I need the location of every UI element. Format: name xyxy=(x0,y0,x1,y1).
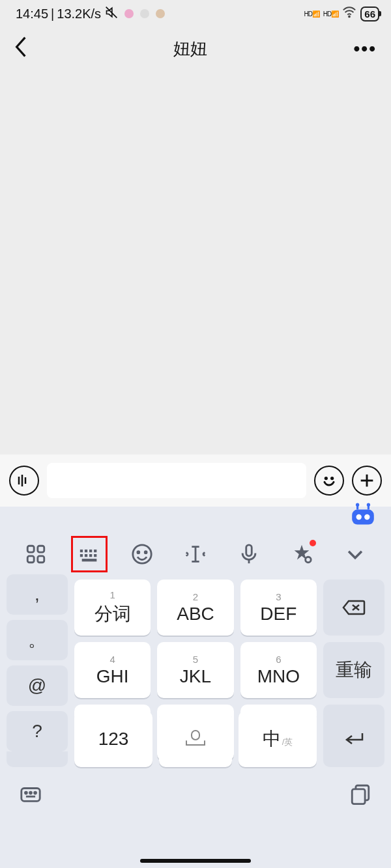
app-dot xyxy=(124,9,134,18)
tool-grid-icon[interactable] xyxy=(18,536,54,572)
svg-rect-35 xyxy=(192,731,199,740)
ime-toolbar xyxy=(0,534,391,574)
side-at-key[interactable]: @ xyxy=(7,665,68,706)
more-button[interactable]: ••• xyxy=(354,38,377,59)
svg-rect-14 xyxy=(38,546,44,552)
svg-point-2 xyxy=(325,477,326,479)
status-left: 14:45 | 13.2K/s xyxy=(16,6,165,22)
svg-point-27 xyxy=(138,552,139,553)
chat-title: 妞妞 xyxy=(173,38,207,61)
number-key[interactable]: 123 xyxy=(74,711,152,767)
emoji-button[interactable] xyxy=(314,466,344,496)
svg-rect-18 xyxy=(84,550,87,552)
svg-rect-23 xyxy=(89,554,92,557)
time-label: 14:45 xyxy=(16,7,48,21)
status-bar: 14:45 | 13.2K/s HD📶 HD📶 66 xyxy=(0,0,391,27)
chat-body[interactable] xyxy=(0,70,391,455)
svg-rect-21 xyxy=(80,554,82,557)
svg-point-3 xyxy=(332,477,333,479)
svg-rect-22 xyxy=(84,554,87,557)
svg-point-8 xyxy=(364,514,369,520)
backspace-key[interactable] xyxy=(323,580,384,636)
svg-rect-20 xyxy=(94,550,96,552)
svg-point-1 xyxy=(349,16,350,17)
svg-rect-13 xyxy=(27,546,34,552)
signal-hd-icon: HD📶 xyxy=(304,10,319,18)
side-period-key[interactable]: 。 xyxy=(7,620,68,660)
key-3[interactable]: 3DEF xyxy=(240,580,317,636)
status-right: HD📶 HD📶 66 xyxy=(304,5,379,23)
key-1[interactable]: 1分词 xyxy=(74,580,151,636)
side-comma-key[interactable]: , xyxy=(7,574,68,615)
svg-rect-19 xyxy=(89,550,92,552)
svg-point-37 xyxy=(25,792,27,794)
svg-point-39 xyxy=(35,792,36,794)
enter-key[interactable] xyxy=(323,711,384,767)
space-key[interactable] xyxy=(159,711,232,767)
tool-keyboard-icon[interactable] xyxy=(71,536,108,572)
chat-header: 妞妞 ••• xyxy=(0,27,391,70)
svg-point-26 xyxy=(133,545,151,563)
svg-rect-42 xyxy=(352,789,365,804)
keyboard-switch-icon[interactable] xyxy=(20,783,42,807)
svg-rect-29 xyxy=(246,545,252,556)
key-2[interactable]: 2ABC xyxy=(157,580,233,636)
svg-point-28 xyxy=(145,552,147,553)
key-4[interactable]: 4GHI xyxy=(74,642,151,698)
svg-point-12 xyxy=(367,503,370,507)
svg-rect-36 xyxy=(22,788,40,801)
notification-dot xyxy=(310,540,316,546)
back-button[interactable] xyxy=(14,36,27,62)
robot-icon[interactable] xyxy=(349,503,377,526)
svg-point-38 xyxy=(30,792,32,794)
key-5[interactable]: 5JKL xyxy=(157,642,233,698)
svg-rect-17 xyxy=(80,550,82,552)
signal-hd-icon: HD📶 xyxy=(323,10,338,18)
side-question-key[interactable]: ? xyxy=(7,711,68,751)
tool-magic-icon[interactable] xyxy=(283,536,320,572)
home-indicator[interactable] xyxy=(140,859,251,863)
mute-icon xyxy=(105,6,118,22)
clipboard-icon[interactable] xyxy=(349,783,371,807)
tool-emoji-icon[interactable] xyxy=(124,536,160,572)
svg-rect-15 xyxy=(27,556,34,563)
battery-icon: 66 xyxy=(360,7,379,21)
tool-mic-icon[interactable] xyxy=(231,536,267,572)
voice-button[interactable] xyxy=(9,466,39,496)
retype-key[interactable]: 重输 xyxy=(323,642,384,698)
wifi-icon xyxy=(342,5,356,23)
svg-point-32 xyxy=(306,557,311,563)
ime-bottom-bar xyxy=(0,774,391,816)
input-bar xyxy=(0,455,391,507)
key-6[interactable]: 6MNO xyxy=(240,642,317,698)
svg-rect-25 xyxy=(81,559,96,561)
tool-cursor-icon[interactable] xyxy=(177,536,214,572)
lang-key[interactable]: 中/英 xyxy=(239,711,317,767)
app-dot xyxy=(140,9,149,18)
svg-point-7 xyxy=(356,514,361,520)
svg-rect-24 xyxy=(94,554,96,557)
svg-point-11 xyxy=(356,503,359,507)
svg-rect-6 xyxy=(352,509,374,524)
app-dot xyxy=(156,9,165,18)
tool-collapse-icon[interactable] xyxy=(337,536,373,572)
netspeed-label: 13.2K/s xyxy=(57,7,101,21)
message-input[interactable] xyxy=(47,463,306,498)
plus-button[interactable] xyxy=(352,466,382,496)
ime-top xyxy=(0,507,391,534)
svg-rect-16 xyxy=(38,556,44,563)
